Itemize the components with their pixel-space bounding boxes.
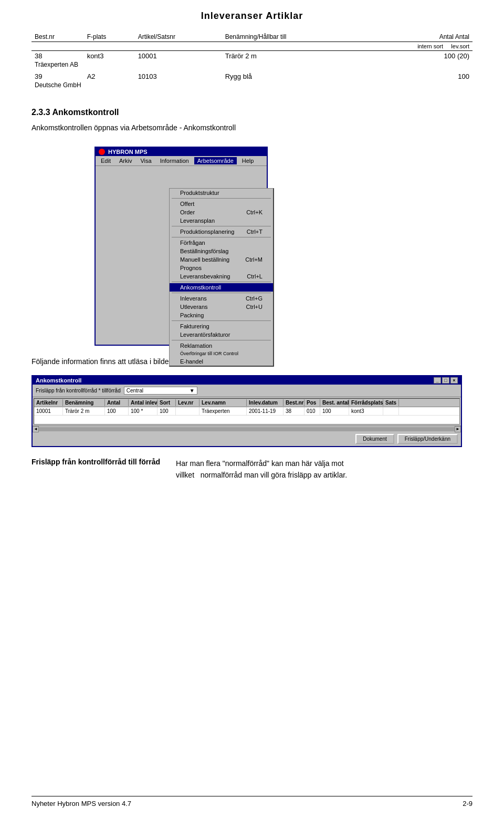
grid-col-sort: Sort (158, 399, 176, 406)
table-row-supplier-1: Träexperten AB (32, 61, 472, 71)
dropdown-arrow-icon: ▼ (190, 388, 195, 394)
dropdown-packning[interactable]: Packning (170, 311, 273, 319)
dropdown-leveransplan[interactable]: Leveransplan (170, 216, 273, 225)
menu-edit[interactable]: Edit (98, 157, 114, 164)
menu-arkiv[interactable]: Arkiv (116, 157, 135, 164)
dropdown-manuell[interactable]: Manuell beställningCtrl+M (170, 255, 273, 264)
cell-artikelnr-1: 10001 (135, 51, 222, 61)
page-title: Inleveranser Artiklar (32, 11, 472, 22)
cell-bestantal: 100 (320, 407, 349, 415)
page: Inleveranser Artiklar Best.nr F-plats Ar… (0, 0, 504, 818)
cell-benamning-1: Trärör 2 m (222, 51, 356, 61)
col-fplats: F-plats (84, 32, 135, 42)
cell-sort: 100 (158, 407, 176, 415)
table-row: 39 A2 10103 Rygg blå 100 (32, 71, 472, 81)
dropdown-overforingar[interactable]: Överföringar till IOR Control (170, 350, 273, 357)
footer-right: 2-9 (463, 800, 472, 807)
forrad-dropdown-value: Central (127, 388, 143, 394)
bottom-section: Frisläpp från kontrollförråd till förråd… (32, 458, 472, 481)
cell-fplats-2: A2 (84, 71, 135, 81)
frislapp-button[interactable]: Frisläpp/Underkänn (397, 434, 458, 444)
scroll-right-button[interactable]: ► (455, 426, 461, 432)
menu-information[interactable]: Information (157, 157, 192, 164)
section-ankomstkontroll: 2.3.3 Ankomstkontroll Ankomstkontrollen … (32, 108, 472, 481)
separator (172, 340, 271, 340)
dokument-button[interactable]: Dokument (355, 434, 394, 444)
col-internsort: intern sort lev.sort (356, 42, 472, 51)
minimize-button[interactable]: _ (434, 377, 441, 384)
forrad-dropdown[interactable]: Central ▼ (124, 387, 197, 395)
horizontal-scrollbar[interactable]: ◄ ► (33, 426, 461, 432)
grid-col-levnr: Lev.nr (176, 399, 200, 406)
dropdown-produktionsplanering[interactable]: ProduktionsplaneringCtrl+T (170, 227, 273, 236)
win-titlebar: HYBRON MPS (96, 148, 267, 156)
cell-antal: 100 (105, 407, 129, 415)
table-row-supplier-2: Deutsche GmbH (32, 81, 472, 92)
dropdown-ehandel[interactable]: E-handel (170, 357, 273, 366)
grid-header: Artikelnr Benämning Antal Antal inlev. S… (34, 399, 459, 407)
page-footer: Nyheter Hybron MPS version 4.7 2-9 (32, 796, 472, 807)
dropdown-fakturering[interactable]: Fakturering (170, 322, 273, 330)
dropdown-leverantorsfakturor[interactable]: Leverantörsfakturor (170, 330, 273, 339)
scroll-track[interactable] (39, 427, 455, 431)
grid-col-antal: Antal (105, 399, 129, 406)
cell-pos: 010 (304, 407, 320, 415)
dropdown-prognos[interactable]: Prognos (170, 264, 273, 272)
separator (172, 237, 271, 237)
scroll-left-button[interactable]: ◄ (33, 426, 39, 432)
cell-forradplats: kont3 (349, 407, 383, 415)
dropdown-leveransbevakning[interactable]: LeveransbevakningCtrl+L (170, 272, 273, 281)
dropdown-offert[interactable]: Offert (170, 200, 273, 208)
col-benamning2 (222, 42, 356, 51)
grid-col-pos: Pos (304, 399, 320, 406)
table-row: 38 kont3 10001 Trärör 2 m 100 (20) (32, 51, 472, 61)
menu-arbetsomrade[interactable]: Arbetsområde (194, 157, 237, 164)
dropdown-produktstruktur[interactable]: Produktstruktur (170, 189, 273, 197)
col-antal-label: Antal Antal (356, 32, 472, 42)
cell-levnamn: Träexperten (200, 407, 247, 415)
grid-col-sats: Sats (383, 399, 399, 406)
dropdown-inleverans[interactable]: InleveransCtrl+G (170, 294, 273, 303)
grid-row[interactable]: 10001 Trärör 2 m 100 100 * 100 Träexpert… (34, 407, 459, 416)
inleveranser-table: Best.nr F-plats Artikel/Satsnr Benämning… (32, 32, 472, 92)
ankomstkontroll-titlebar: Ankomstkontroll _ □ × (33, 376, 461, 385)
cell-supplier-1: Träexperten AB (32, 61, 472, 71)
footer-left: Nyheter Hybron MPS version 4.7 (32, 800, 131, 807)
menu-screenshot: HYBRON MPS Edit Arkiv Visa Information A… (94, 147, 268, 346)
close-button[interactable]: × (450, 377, 458, 384)
cell-artikelnr-2: 10103 (135, 71, 222, 81)
dropdown-ankomstkontroll[interactable]: Ankomstkontroll (170, 283, 273, 292)
dropdown-bestallningsforslag[interactable]: Beställningsförslag (170, 247, 273, 255)
maximize-button[interactable]: □ (442, 377, 449, 384)
dropdown-utleverans[interactable]: UtleveransCtrl+U (170, 303, 273, 311)
col-fplats2 (84, 42, 135, 51)
cell-bestnr: 38 (284, 407, 304, 415)
menu-visa[interactable]: Visa (137, 157, 154, 164)
cell-antal-2: 100 (356, 71, 472, 81)
ankomstkontroll-grid: Artikelnr Benämning Antal Antal inlev. S… (34, 398, 460, 424)
grid-col-antalinlev: Antal inlev. (129, 399, 158, 406)
cell-benamning-2: Rygg blå (222, 71, 356, 81)
grid-col-benamning: Benämning (63, 399, 105, 406)
win-title: HYBRON MPS (108, 149, 148, 155)
cell-antal-1: 100 (20) (356, 51, 472, 61)
section-heading: 2.3.3 Ankomstkontroll (32, 108, 472, 117)
dropdown-forfragen[interactable]: Förfrågan (170, 239, 273, 247)
separator (172, 282, 271, 282)
dropdown-order[interactable]: OrderCtrl+K (170, 208, 273, 216)
cell-antalinlev: 100 * (129, 407, 158, 415)
ankomstkontroll-window: Ankomstkontroll _ □ × Frisläpp från kont… (32, 375, 462, 447)
window-controls: _ □ × (434, 377, 458, 384)
col-benamning: Benämning/Hållbar till (222, 32, 356, 42)
dropdown-reklamation[interactable]: Reklamation (170, 341, 273, 350)
menu-help[interactable]: Help (239, 157, 257, 164)
grid-col-bestnr: Best.nr (284, 399, 304, 406)
separator (172, 320, 271, 321)
section-intro-text: Ankomstkontrollen öppnas via Arbetsområd… (32, 122, 472, 133)
cell-artikelnr: 10001 (34, 407, 63, 415)
toolbar-label: Frisläpp från kontrollförråd * tillförrå… (36, 388, 121, 394)
cell-levnr (176, 407, 200, 415)
cell-benamning: Trärör 2 m (63, 407, 105, 415)
cell-bestnr-1: 38 (32, 51, 84, 61)
grid-col-artikelnr: Artikelnr (34, 399, 63, 406)
